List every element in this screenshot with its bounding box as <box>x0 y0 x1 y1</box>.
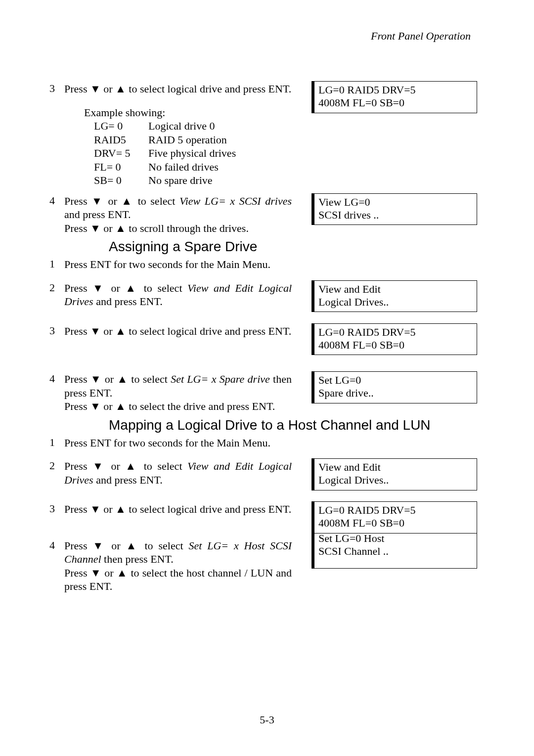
step-number: 1 <box>49 258 55 270</box>
page: Front Panel Operation 3 Press ▼ or ▲ to … <box>0 0 534 756</box>
text: Press <box>64 539 92 552</box>
cell: SB= 0 <box>94 174 148 187</box>
cell: FL= 0 <box>94 160 148 174</box>
down-triangle-icon: ▼ <box>90 400 101 412</box>
up-triangle-icon: ▲ <box>125 282 138 294</box>
text: or <box>101 83 115 95</box>
sec3-step4: 4 Press ▼ or ▲ to select Set LG= x Host … <box>64 539 486 593</box>
text: Press <box>64 195 91 207</box>
text: Press <box>64 400 90 412</box>
down-triangle-icon: ▼ <box>90 83 101 95</box>
text: Press <box>64 567 90 579</box>
up-triangle-icon: ▲ <box>121 195 134 207</box>
step-text: Press ▼ or ▲ to select logical drive and… <box>64 502 292 516</box>
text: to select the drive and press ENT. <box>126 400 275 412</box>
text: Press <box>64 460 92 472</box>
text: and press ENT. <box>93 295 163 308</box>
example-label: Example showing: <box>84 106 312 120</box>
cell: DRV= 5 <box>94 146 148 160</box>
step-text: Press ▼ or ▲ to select logical drive and… <box>64 82 292 96</box>
text: or <box>106 282 125 294</box>
text: to select <box>138 460 187 472</box>
text: Press <box>64 83 90 95</box>
sec2-step2: 2 Press ▼ or ▲ to select View and Edit L… <box>64 281 486 309</box>
text: Press <box>64 282 92 294</box>
text: and press ENT. <box>64 208 131 221</box>
cell: RAID 5 operation <box>148 133 486 147</box>
text: and press ENT. <box>93 474 163 486</box>
down-triangle-icon: ▼ <box>92 460 106 472</box>
table-row: SB= 0No spare drive <box>94 174 486 187</box>
down-triangle-icon: ▼ <box>90 503 101 515</box>
sec2-step1: 1 Press ENT for two seconds for the Main… <box>64 258 486 271</box>
lcd-display: LG=0 RAID5 DRV=5 4008M FL=0 SB=0 <box>312 501 477 534</box>
up-triangle-icon: ▲ <box>126 539 139 552</box>
lcd-display: View LG=0 SCSI drives .. <box>312 193 477 225</box>
down-triangle-icon: ▼ <box>90 373 102 385</box>
text: to select <box>139 539 189 552</box>
step-number: 3 <box>49 82 55 95</box>
sec3-step1: 1 Press ENT for two seconds for the Main… <box>64 436 486 450</box>
text: or <box>101 373 117 385</box>
down-triangle-icon: ▼ <box>91 195 104 207</box>
example-table: LG= 0Logical drive 0 RAID5RAID 5 operati… <box>94 119 486 187</box>
text: or <box>106 539 126 552</box>
table-row: DRV= 5Five physical drives <box>94 146 486 160</box>
step-number: 4 <box>49 372 55 385</box>
step-text: Press ▼ or ▲ to select View and Edit Log… <box>64 281 292 309</box>
sec3-step3: 3 Press ▼ or ▲ to select logical drive a… <box>64 502 486 516</box>
text-italic: Set LG= x Spare drive <box>171 373 270 385</box>
sec2-step4: 4 Press ▼ or ▲ to select Set LG= x Spare… <box>64 372 486 413</box>
cell: LG= 0 <box>94 119 148 133</box>
section-heading-mapping: Mapping a Logical Drive to a Host Channe… <box>109 417 486 433</box>
lcd-display: LG=0 RAID5 DRV=5 4008M FL=0 SB=0 <box>312 81 477 113</box>
text: Press <box>64 222 90 234</box>
step-number: 2 <box>49 459 55 472</box>
text: then press ENT. <box>101 553 174 565</box>
text: or <box>104 195 121 207</box>
text: or <box>101 325 115 337</box>
cell: RAID5 <box>94 133 148 147</box>
text: to scroll through the drives. <box>126 222 249 234</box>
up-triangle-icon: ▲ <box>115 325 126 337</box>
sec3-step2: 2 Press ▼ or ▲ to select View and Edit L… <box>64 459 486 487</box>
text: or <box>101 222 115 234</box>
text: Press <box>64 373 90 385</box>
cell: No failed drives <box>148 160 486 174</box>
up-triangle-icon: ▲ <box>115 503 126 515</box>
lcd-display: Set LG=0 Spare drive.. <box>312 371 477 403</box>
page-number: 5-3 <box>0 713 534 726</box>
sec1-step4: 4 Press ▼ or ▲ to select View LG= x SCSI… <box>64 194 486 235</box>
up-triangle-icon: ▲ <box>115 222 126 234</box>
down-triangle-icon: ▼ <box>92 282 106 294</box>
sec2-step3: 3 Press ▼ or ▲ to select logical drive a… <box>64 324 486 338</box>
step-number: 3 <box>49 324 55 337</box>
text: or <box>106 460 125 472</box>
running-head: Front Panel Operation <box>64 30 486 43</box>
step-number: 1 <box>49 436 55 449</box>
lcd-display: View and Edit Logical Drives.. <box>312 458 477 490</box>
up-triangle-icon: ▲ <box>115 400 126 412</box>
down-triangle-icon: ▼ <box>90 567 101 579</box>
step-text: Press ▼ or ▲ to select Set LG= x Host SC… <box>64 539 292 593</box>
step-text: Press ▼ or ▲ to select View LG= x SCSI d… <box>64 194 292 235</box>
sec1-step3: 3 Press ▼ or ▲ to select logical drive a… <box>64 82 486 96</box>
lcd-display: View and Edit Logical Drives.. <box>312 280 477 312</box>
step-number: 3 <box>49 502 55 515</box>
text: or <box>101 400 115 412</box>
down-triangle-icon: ▼ <box>90 222 101 234</box>
step-text: Press ▼ or ▲ to select logical drive and… <box>64 324 292 338</box>
down-triangle-icon: ▼ <box>90 325 101 337</box>
step-text: Press ENT for two seconds for the Main M… <box>64 436 292 450</box>
text: to select logical drive and press ENT. <box>126 325 291 337</box>
step-number: 4 <box>49 539 55 552</box>
table-row: LG= 0Logical drive 0 <box>94 119 486 133</box>
text: to select <box>134 195 179 207</box>
step-text: Press ENT for two seconds for the Main M… <box>64 258 292 271</box>
section-heading-spare: Assigning a Spare Drive <box>109 239 486 255</box>
up-triangle-icon: ▲ <box>125 460 138 472</box>
step-number: 4 <box>49 194 55 207</box>
down-triangle-icon: ▼ <box>92 539 106 552</box>
cell: No spare drive <box>148 174 486 187</box>
up-triangle-icon: ▲ <box>115 83 126 95</box>
